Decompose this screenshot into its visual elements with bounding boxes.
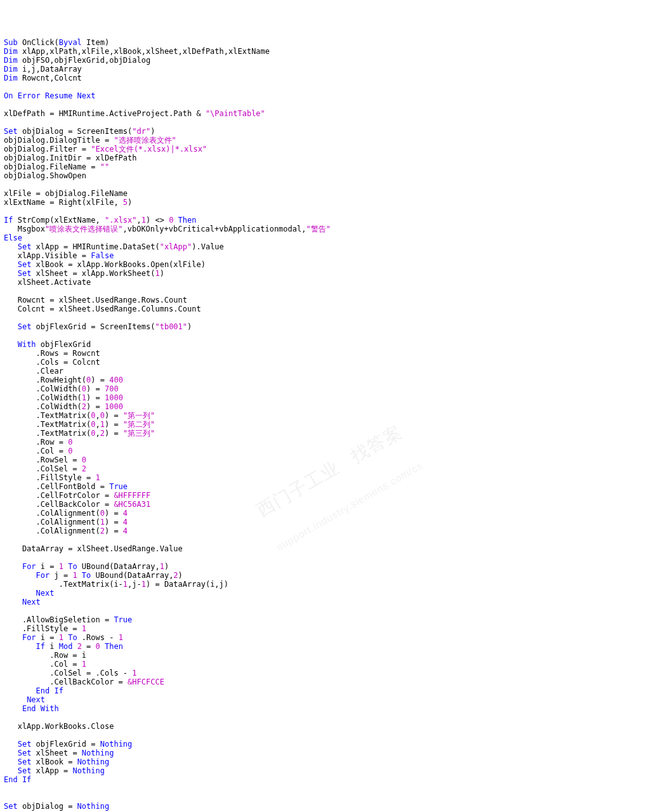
code-token: .Clear: [4, 367, 63, 376]
code-token: objDialog.ShowOpen: [4, 171, 86, 180]
code-token: Set: [18, 322, 32, 331]
code-token: 1000: [105, 393, 123, 402]
code-token: Set: [4, 127, 18, 136]
code-token: To: [68, 562, 77, 571]
code-token: ) <>: [146, 216, 169, 225]
code-token: [72, 642, 77, 651]
code-token: ): [187, 322, 192, 331]
code-token: [4, 269, 18, 278]
code-token: "第一列": [123, 411, 155, 420]
code-token: .CellFontBold =: [4, 482, 109, 491]
code-token: 0: [100, 509, 105, 518]
code-token: .TextMatrix(i-: [4, 580, 123, 589]
code-token: True: [114, 615, 132, 624]
code-token: [4, 242, 18, 251]
code-token: Msgbox: [4, 225, 45, 233]
code-token: xlSheet =: [31, 749, 81, 757]
code-token: Next: [36, 589, 55, 598]
code-token: Set: [18, 260, 32, 269]
code-token: Dim: [4, 56, 18, 65]
code-token: .Rows -: [77, 633, 119, 642]
code-token: 2: [100, 429, 105, 438]
code-token: "dr": [132, 127, 150, 136]
code-token: ".xlsx": [105, 216, 137, 225]
code-token: ,: [96, 429, 100, 438]
code-token: [4, 695, 27, 704]
code-token: Nothing: [100, 740, 133, 749]
code-token: End If: [4, 775, 31, 784]
code-token: 1: [123, 580, 128, 589]
code-token: [4, 571, 36, 580]
code-token: .ColSel = .Cols -: [4, 669, 132, 678]
code-token: &HFCFCCE: [128, 678, 164, 686]
code-token: [4, 633, 22, 642]
code-token: End With: [22, 704, 59, 713]
code-token: With: [18, 340, 36, 349]
code-token: &HFFFFFF: [114, 491, 150, 500]
code-token: End If: [36, 686, 63, 695]
code-token: Nothing: [77, 802, 110, 811]
code-token: [173, 216, 178, 225]
code-token: 5: [123, 198, 128, 207]
code-token: True: [109, 482, 128, 491]
code-token: Set: [18, 269, 32, 278]
code-token: 1: [100, 420, 105, 429]
code-token: Set: [4, 802, 18, 811]
code-token: 0: [91, 429, 95, 438]
code-token: ,vbOKOnly+vbCritical+vbApplicationmodal,: [122, 225, 306, 233]
code-token: ) =: [91, 376, 109, 384]
code-token: "tb001": [155, 322, 187, 331]
code-token: .AllowBigSeletion =: [4, 615, 114, 624]
code-token: objFlexGrid =: [31, 740, 100, 749]
code-token: 0: [68, 447, 72, 455]
code-token: 0: [68, 438, 72, 447]
code-token: .FillStyle =: [4, 473, 96, 482]
code-token: Item): [82, 38, 109, 47]
code-token: .ColWidth(: [4, 393, 82, 402]
code-token: objDialog.Filter =: [4, 145, 91, 154]
code-token: xlApp =: [31, 766, 72, 775]
code-token: .ColWidth(: [4, 402, 82, 411]
code-token: 2: [77, 642, 82, 651]
code-token: ) =: [105, 429, 123, 438]
code-token: 2: [173, 571, 178, 580]
code-token: objFSO,objFlexGrid,objDialog: [18, 56, 151, 65]
code-token: ) =: [86, 402, 105, 411]
code-token: 1: [59, 633, 63, 642]
code-token: .ColAlignment(: [4, 527, 100, 535]
code-token: [4, 749, 18, 757]
code-token: ,: [137, 216, 141, 225]
code-token: xlApp = HMIRuntime.DataSet(: [31, 242, 159, 251]
code-token: 4: [123, 509, 128, 518]
code-token: Sub: [4, 38, 18, 47]
code-token: DataArray = xlSheet.UsedRange.Value: [4, 544, 183, 553]
code-token: objDialog.InitDir = xlDefPath: [4, 154, 137, 162]
code-token: For: [22, 562, 36, 571]
code-token: [4, 598, 22, 606]
code-token: Set: [18, 766, 32, 775]
code-token: i =: [36, 562, 59, 571]
code-token: 700: [105, 384, 119, 393]
code-token: .FillStyle =: [4, 624, 82, 633]
code-token: i: [45, 642, 59, 651]
code-token: Mod: [59, 642, 73, 651]
code-token: 1: [119, 633, 123, 642]
code-token: 4: [123, 527, 128, 535]
code-token: StrComp(xlExtName,: [13, 216, 105, 225]
code-token: [4, 562, 22, 571]
code-token: ) =: [86, 393, 105, 402]
code-token: ) =: [105, 509, 123, 518]
code-token: "第三列": [123, 429, 155, 438]
code-token: "": [100, 162, 109, 171]
code-token: .Row =: [4, 438, 68, 447]
code-token: ) =: [105, 420, 123, 429]
code-token: objDialog.FileName =: [4, 162, 100, 171]
code-token: 0: [82, 455, 86, 464]
code-token: 1: [82, 624, 86, 633]
code-token: .Cols = Colcnt: [4, 358, 100, 367]
code-token: 1: [141, 580, 146, 589]
code-token: xlBook =: [31, 757, 77, 766]
code-token: Set: [18, 757, 32, 766]
code-token: ) =: [105, 411, 123, 420]
code-token: Byval: [59, 38, 82, 47]
